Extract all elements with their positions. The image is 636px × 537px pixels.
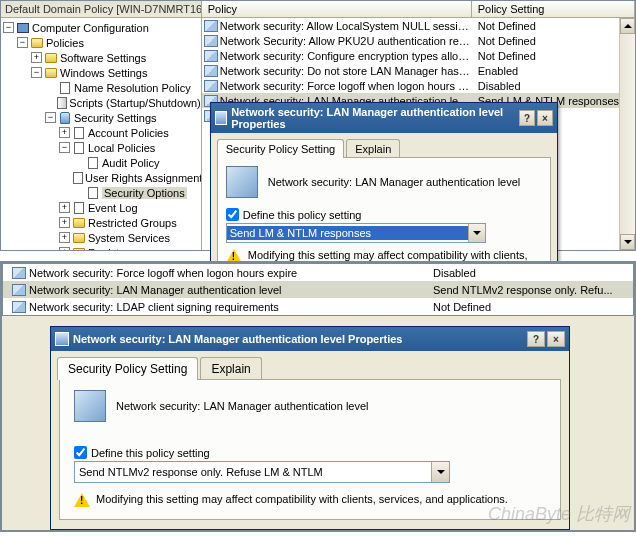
col-setting[interactable]: Policy Setting xyxy=(472,1,635,17)
policy-item-icon xyxy=(204,50,218,62)
policy-setting: Enabled xyxy=(472,65,518,77)
tree-node-software[interactable]: +Software Settings xyxy=(3,50,201,65)
tree-node-account-pol[interactable]: +Account Policies xyxy=(3,125,201,140)
expand-icon[interactable]: + xyxy=(59,247,70,250)
policy-row[interactable]: Network security: Force logoff when logo… xyxy=(202,78,619,93)
dropdown-value: Send LM & NTLM responses xyxy=(227,226,468,240)
chevron-down-icon xyxy=(437,470,445,474)
policy-row[interactable]: Network security: LAN Manager authentica… xyxy=(3,281,633,298)
tree-node-event-log[interactable]: +Event Log xyxy=(3,200,201,215)
expand-icon[interactable]: + xyxy=(59,232,70,243)
define-label: Define this policy setting xyxy=(243,209,362,221)
dialog-title-text: Network security: LAN Manager authentica… xyxy=(73,333,402,345)
tab-explain[interactable]: Explain xyxy=(346,139,400,158)
dropdown-value: Send NTLMv2 response only. Refuse LM & N… xyxy=(75,464,431,480)
policy-item-icon xyxy=(204,80,218,92)
col-policy[interactable]: Policy xyxy=(202,1,472,17)
dialog-titlebar[interactable]: Network security: LAN Manager authentica… xyxy=(211,103,557,133)
folder-icon xyxy=(73,248,85,251)
define-checkbox[interactable] xyxy=(74,446,87,459)
scroll-icon xyxy=(57,97,67,109)
triangle-up-icon xyxy=(624,24,632,28)
policy-setting: Not Defined xyxy=(433,301,633,313)
page-icon xyxy=(60,82,70,94)
folder-icon xyxy=(45,53,57,63)
policy-row[interactable]: Network security: Configure encryption t… xyxy=(202,48,619,63)
auth-level-dropdown[interactable]: Send NTLMv2 response only. Refuse LM & N… xyxy=(74,461,450,483)
dropdown-button[interactable] xyxy=(468,224,485,242)
expand-icon[interactable]: + xyxy=(59,202,70,213)
collapse-icon[interactable]: − xyxy=(45,112,56,123)
policy-list-panel: Policy Policy Setting Network security: … xyxy=(202,1,635,250)
policy-row[interactable]: Network Security: Allow PKU2U authentica… xyxy=(202,33,619,48)
tree-node-security[interactable]: −Security Settings xyxy=(3,110,201,125)
policy-item-icon xyxy=(204,65,218,77)
policy-list-2[interactable]: Network security: Force logoff when logo… xyxy=(2,263,634,316)
tree-node-sec-opts[interactable]: Security Options xyxy=(3,185,201,200)
tree-node-user-rights[interactable]: User Rights Assignment xyxy=(3,170,201,185)
expand-icon[interactable]: + xyxy=(59,127,70,138)
expand-icon[interactable]: + xyxy=(31,52,42,63)
policy-name: Network security: Force logoff when logo… xyxy=(220,80,472,92)
chevron-down-icon xyxy=(473,231,481,235)
expand-icon[interactable]: + xyxy=(59,217,70,228)
close-button[interactable]: × xyxy=(537,110,553,126)
collapse-icon[interactable]: − xyxy=(17,37,28,48)
bottom-panel: Network security: Force logoff when logo… xyxy=(0,261,636,532)
tab-security-policy[interactable]: Security Policy Setting xyxy=(57,357,198,380)
policy-name: Network security: Allow LocalSystem NULL… xyxy=(220,20,472,32)
dialog-title-text: Network security: LAN Manager authentica… xyxy=(231,106,517,130)
policy-name: Network security: LDAP client signing re… xyxy=(29,301,433,313)
scroll-down-button[interactable] xyxy=(620,234,635,250)
policy-name: Network security: Do not store LAN Manag… xyxy=(220,65,472,77)
folder-open-icon xyxy=(45,68,57,78)
tree-node-scripts[interactable]: Scripts (Startup/Shutdown) xyxy=(3,95,201,110)
policy-setting: Not Defined xyxy=(472,35,536,47)
tree-node-computer-config[interactable]: −Computer Configuration xyxy=(3,20,201,35)
close-button[interactable]: × xyxy=(547,331,565,347)
tree-node-local-pol[interactable]: −Local Policies xyxy=(3,140,201,155)
triangle-down-icon xyxy=(624,240,632,244)
scroll-track[interactable] xyxy=(620,34,635,234)
policy-name: Network security: Configure encryption t… xyxy=(220,50,472,62)
dropdown-button[interactable] xyxy=(431,462,449,482)
folder-icon xyxy=(73,218,85,228)
policy-row[interactable]: Network security: LDAP client signing re… xyxy=(3,298,633,315)
policy-row[interactable]: Network security: Force logoff when logo… xyxy=(3,264,633,281)
policy-large-icon xyxy=(74,390,106,422)
tab-explain[interactable]: Explain xyxy=(200,357,261,380)
policy-icon xyxy=(74,142,84,154)
policy-icon xyxy=(73,172,83,184)
folder-open-icon xyxy=(31,38,43,48)
collapse-icon[interactable]: − xyxy=(3,22,14,33)
tree-node-name-res[interactable]: Name Resolution Policy xyxy=(3,80,201,95)
tree-node-restricted[interactable]: +Restricted Groups xyxy=(3,215,201,230)
policy-setting: Disabled xyxy=(433,267,633,279)
tree-node-audit[interactable]: Audit Policy xyxy=(3,155,201,170)
tab-security-policy[interactable]: Security Policy Setting xyxy=(217,139,344,158)
policy-row[interactable]: Network security: Do not store LAN Manag… xyxy=(202,63,619,78)
define-checkbox[interactable] xyxy=(226,208,239,221)
dialog-icon xyxy=(55,332,69,346)
collapse-icon[interactable]: − xyxy=(59,142,70,153)
policy-name: Network security: LAN Manager authentica… xyxy=(29,284,433,296)
tree-node-policies[interactable]: −Policies xyxy=(3,35,201,50)
policy-item-icon xyxy=(204,20,218,32)
help-button[interactable]: ? xyxy=(519,110,535,126)
scroll-up-button[interactable] xyxy=(620,18,635,34)
policy-heading: Network security: LAN Manager authentica… xyxy=(268,176,521,188)
policy-icon xyxy=(74,202,84,214)
help-button[interactable]: ? xyxy=(527,331,545,347)
dialog-titlebar[interactable]: Network security: LAN Manager authentica… xyxy=(51,327,569,351)
policy-setting: Disabled xyxy=(472,80,521,92)
policy-row[interactable]: Network security: Allow LocalSystem NULL… xyxy=(202,18,619,33)
tree-node-registry[interactable]: +Registry xyxy=(3,245,201,250)
warning-icon xyxy=(74,493,90,509)
gpo-tree-panel: Default Domain Policy [WIN-D7NMRT167KP.W… xyxy=(1,1,202,250)
tree-node-windows[interactable]: −Windows Settings xyxy=(3,65,201,80)
tree-title: Default Domain Policy [WIN-D7NMRT167KP.W… xyxy=(1,1,201,18)
tree-node-sys-svc[interactable]: +System Services xyxy=(3,230,201,245)
auth-level-dropdown[interactable]: Send LM & NTLM responses xyxy=(226,223,486,243)
scrollbar[interactable] xyxy=(619,18,635,250)
collapse-icon[interactable]: − xyxy=(31,67,42,78)
